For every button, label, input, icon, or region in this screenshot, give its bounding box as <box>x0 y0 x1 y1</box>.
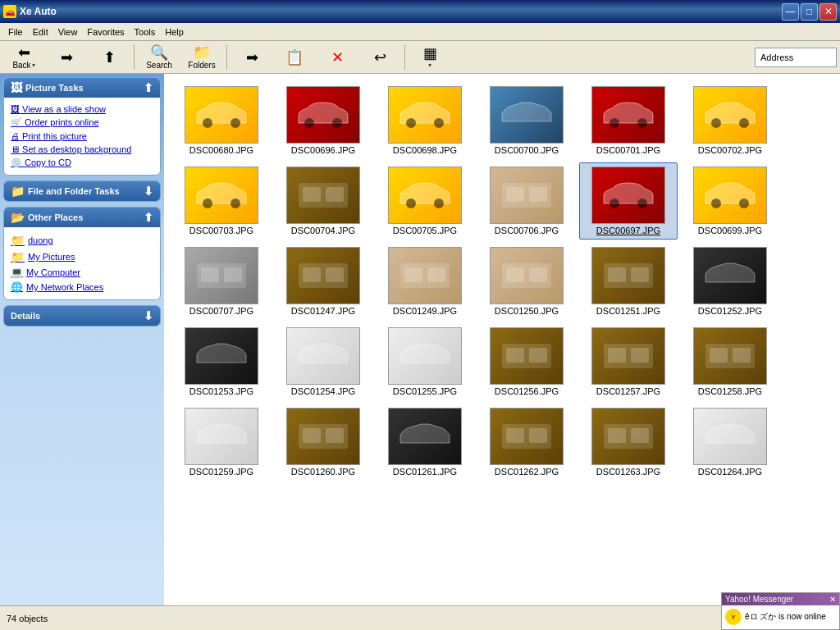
window-title: Xe Auto <box>20 6 57 17</box>
file-thumbnail <box>286 408 360 465</box>
move-icon: ➡ <box>246 50 258 65</box>
file-item[interactable]: DSC00680.JPG <box>172 82 271 159</box>
undo-button[interactable]: ↩ <box>359 43 400 72</box>
file-item[interactable]: DSC01251.JPG <box>579 243 678 320</box>
file-item[interactable]: DSC00699.JPG <box>681 162 779 240</box>
picture-tasks-collapse[interactable]: ⬆ <box>144 81 153 94</box>
file-item[interactable]: DSC00705.JPG <box>376 162 474 240</box>
file-item[interactable]: DSC00696.JPG <box>274 82 372 159</box>
file-item[interactable]: DSC00698.JPG <box>376 82 474 159</box>
copy-cd-link[interactable]: 💿 Copy to CD <box>7 156 157 170</box>
svg-rect-38 <box>631 267 649 282</box>
file-name: DSC00703.JPG <box>189 226 253 235</box>
file-item[interactable]: DSC01247.JPG <box>274 243 372 320</box>
file-item[interactable]: DSC01264.JPG <box>681 404 779 481</box>
object-count: 74 objects <box>7 614 48 623</box>
file-name: DSC00704.JPG <box>291 226 355 235</box>
file-item[interactable]: DSC00707.JPG <box>172 243 271 320</box>
file-folder-icon: 📁 <box>11 185 25 198</box>
file-thumbnail <box>693 167 767 224</box>
details-collapse[interactable]: ⬇ <box>144 309 153 322</box>
file-name: DSC00700.JPG <box>495 145 559 155</box>
search-button[interactable]: 🔍 Search <box>139 43 180 72</box>
minimize-button[interactable]: — <box>782 3 799 21</box>
order-prints-link[interactable]: 🛒 Order prints online <box>7 116 157 130</box>
yahoo-popup-title: Yahoo! Messenger <box>725 595 793 604</box>
svg-point-5 <box>434 118 444 128</box>
file-name: DSC01252.JPG <box>698 306 762 316</box>
file-item[interactable]: DSC00702.JPG <box>681 82 779 159</box>
svg-rect-46 <box>710 348 728 363</box>
views-button[interactable]: ▦ ▾ <box>409 43 450 72</box>
menu-tools[interactable]: Tools <box>130 25 161 39</box>
svg-rect-43 <box>608 348 626 363</box>
menu-view[interactable]: View <box>53 25 83 39</box>
my-pictures-link[interactable]: 📁 My Pictures <box>7 249 157 265</box>
picture-tasks-header[interactable]: 🖼 Picture Tasks ⬆ <box>4 78 160 98</box>
delete-icon: ✕ <box>331 50 344 65</box>
svg-rect-50 <box>326 428 344 443</box>
duong-link[interactable]: 📁 duong <box>7 232 157 249</box>
file-thumbnail <box>388 408 462 465</box>
move-button[interactable]: ➡ <box>231 43 272 72</box>
file-item[interactable]: DSC01257.JPG <box>579 323 678 400</box>
back-button[interactable]: ⬅ Back ▾ <box>3 43 44 72</box>
file-item[interactable]: DSC00697.JPG <box>579 162 678 240</box>
menu-favorites[interactable]: Favorites <box>82 25 129 39</box>
file-item[interactable]: DSC01249.JPG <box>376 243 474 320</box>
my-network-places-link[interactable]: 🌐 My Network Places <box>7 280 157 294</box>
slideshow-link[interactable]: 🖼 View as a slide show <box>7 103 157 116</box>
folders-button[interactable]: 📁 Folders <box>181 43 222 72</box>
svg-rect-35 <box>529 267 547 282</box>
file-item[interactable]: DSC01250.JPG <box>477 243 576 320</box>
desktop-link[interactable]: 🖥 Set as desktop background <box>7 143 157 156</box>
file-folder-collapse[interactable]: ⬇ <box>144 185 153 198</box>
svg-rect-44 <box>631 348 649 363</box>
yahoo-avatar: Y <box>725 609 742 625</box>
file-item[interactable]: DSC01254.JPG <box>274 323 372 400</box>
menu-edit[interactable]: Edit <box>28 25 53 39</box>
file-item[interactable]: DSC00706.JPG <box>477 162 576 240</box>
titlebar-left: 🚗 Xe Auto <box>3 5 57 18</box>
yahoo-popup-close[interactable]: ✕ <box>829 595 836 604</box>
views-arrow: ▾ <box>428 62 431 69</box>
maximize-button[interactable]: □ <box>801 3 818 21</box>
back-arrow: ▾ <box>32 62 35 69</box>
svg-point-10 <box>203 199 212 208</box>
file-item[interactable]: DSC01262.JPG <box>477 404 576 481</box>
file-item[interactable]: DSC01260.JPG <box>274 404 372 481</box>
file-item[interactable]: DSC01255.JPG <box>376 323 474 400</box>
file-item[interactable]: DSC01259.JPG <box>172 404 271 481</box>
other-places-collapse[interactable]: ⬆ <box>144 211 153 224</box>
my-computer-link[interactable]: 💻 My Computer <box>7 265 157 280</box>
file-item[interactable]: DSC01261.JPG <box>376 404 474 481</box>
file-item[interactable]: DSC01256.JPG <box>477 323 576 400</box>
other-places-header[interactable]: 📂 Other Places ⬆ <box>4 208 160 227</box>
close-button[interactable]: ✕ <box>819 3 837 21</box>
svg-rect-31 <box>404 267 422 282</box>
details-header[interactable]: Details ⬇ <box>4 306 160 326</box>
file-area[interactable]: DSC00680.JPGDSC00696.JPGDSC00698.JPGDSC0… <box>164 74 840 605</box>
file-item[interactable]: DSC00703.JPG <box>172 162 271 240</box>
file-item[interactable]: DSC01253.JPG <box>172 323 271 400</box>
print-link[interactable]: 🖨 Print this picture <box>7 130 157 143</box>
menu-file[interactable]: File <box>3 25 28 39</box>
up-button[interactable]: ⬆ <box>89 43 130 72</box>
file-name: DSC00705.JPG <box>393 226 457 235</box>
file-item[interactable]: DSC00704.JPG <box>274 162 372 240</box>
menu-help[interactable]: Help <box>160 25 189 39</box>
file-folder-tasks-header[interactable]: 📁 File and Folder Tasks ⬇ <box>4 181 160 201</box>
search-label: Search <box>146 61 172 70</box>
file-item[interactable]: DSC00701.JPG <box>579 82 678 159</box>
delete-button[interactable]: ✕ <box>317 43 358 72</box>
file-thumbnail <box>591 86 665 144</box>
svg-rect-13 <box>303 187 321 202</box>
forward-button[interactable]: ➡ <box>46 43 87 72</box>
up-icon: ⬆ <box>103 50 116 65</box>
file-item[interactable]: DSC01252.JPG <box>681 243 779 320</box>
copy-button[interactable]: 📋 <box>274 43 315 72</box>
file-item[interactable]: DSC00700.JPG <box>477 82 576 159</box>
svg-point-21 <box>637 199 647 208</box>
file-item[interactable]: DSC01258.JPG <box>681 323 779 400</box>
file-item[interactable]: DSC01263.JPG <box>579 404 678 481</box>
